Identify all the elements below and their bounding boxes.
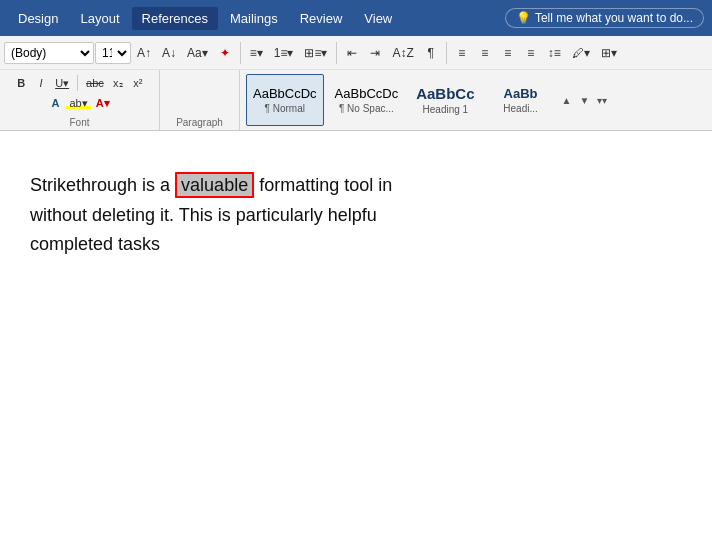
align-center-btn[interactable]: ≡ — [474, 40, 496, 66]
paragraph-group-label: Paragraph — [176, 115, 223, 128]
align-right-btn[interactable]: ≡ — [497, 40, 519, 66]
borders-btn[interactable]: ⊞▾ — [596, 40, 622, 66]
menu-view[interactable]: View — [354, 7, 402, 30]
show-para-btn[interactable]: ¶ — [420, 40, 442, 66]
doc-text-line1: Strikethrough is a valuable formatting t… — [30, 172, 392, 198]
ribbon-row2: B I U▾ abc x₂ x² A ab▾ A▾ Font Paragraph… — [0, 70, 712, 130]
clear-format-btn[interactable]: ✦ — [214, 40, 236, 66]
doc-text-line2: without deleting it. This is particularl… — [30, 205, 377, 225]
menu-design[interactable]: Design — [8, 7, 68, 30]
tell-me-input[interactable]: 💡 Tell me what you want to do... — [505, 8, 704, 28]
style-nospace[interactable]: AaBbCcDc ¶ No Spac... — [328, 74, 406, 126]
numbered-list-btn[interactable]: 1≡▾ — [269, 40, 299, 66]
text-effects-btn[interactable]: A — [46, 94, 64, 112]
style-h2-name: Headi... — [503, 103, 537, 114]
font-shrink-btn[interactable]: A↓ — [157, 40, 181, 66]
divider3 — [446, 42, 447, 64]
doc-text-line3: completed tasks — [30, 234, 160, 254]
align-left-btn[interactable]: ≡ — [451, 40, 473, 66]
line-spacing-btn[interactable]: ↕≡ — [543, 40, 566, 66]
underline-btn[interactable]: U▾ — [52, 74, 72, 92]
text-before: Strikethrough is a — [30, 175, 170, 195]
highlighted-word[interactable]: valuable — [175, 172, 254, 198]
multilevel-list-btn[interactable]: ⊞≡▾ — [299, 40, 332, 66]
tell-me-label: Tell me what you want to do... — [535, 11, 693, 25]
font-grow-btn[interactable]: A↑ — [132, 40, 156, 66]
text-after-word: formatting tool in — [259, 175, 392, 195]
increase-indent-btn[interactable]: ⇥ — [364, 40, 386, 66]
style-heading1[interactable]: AaBbCc Heading 1 — [409, 74, 481, 126]
styles-panel: AaBbCcDc ¶ Normal AaBbCcDc ¶ No Spac... … — [240, 70, 712, 130]
shading-btn[interactable]: 🖊▾ — [567, 40, 595, 66]
divider2 — [336, 42, 337, 64]
justify-btn[interactable]: ≡ — [520, 40, 542, 66]
font-size-select[interactable]: 11 — [95, 42, 131, 64]
styles-scroll-up[interactable]: ▲ — [560, 93, 574, 108]
style-normal-name: ¶ Normal — [265, 103, 305, 114]
styles-expand[interactable]: ▾▾ — [595, 93, 609, 108]
sort-btn[interactable]: A↕Z — [387, 40, 418, 66]
styles-scroll-down[interactable]: ▼ — [577, 93, 591, 108]
document-text: Strikethrough is a valuable formatting t… — [30, 171, 682, 260]
style-normal-preview: AaBbCcDc — [253, 86, 317, 101]
document-area: Strikethrough is a valuable formatting t… — [0, 131, 712, 511]
text-highlight-btn[interactable]: ab▾ — [66, 94, 90, 112]
style-h2-preview: AaBb — [504, 86, 538, 101]
style-h1-preview: AaBbCc — [416, 85, 474, 102]
style-normal[interactable]: AaBbCcDc ¶ Normal — [246, 74, 324, 126]
font-color-btn[interactable]: A▾ — [93, 94, 113, 112]
style-heading2[interactable]: AaBb Headi... — [486, 74, 556, 126]
paragraph-group: Paragraph — [160, 70, 240, 130]
ribbon-row1: (Body) 11 A↑ A↓ Aa▾ ✦ ≡▾ 1≡▾ ⊞≡▾ ⇤ ⇥ A↕Z… — [0, 36, 712, 70]
font-format-top: B I U▾ abc x₂ x² — [12, 74, 147, 92]
bullet-list-btn[interactable]: ≡▾ — [245, 40, 268, 66]
font-group: B I U▾ abc x₂ x² A ab▾ A▾ Font — [0, 70, 160, 130]
decrease-indent-btn[interactable]: ⇤ — [341, 40, 363, 66]
bold-btn[interactable]: B — [12, 74, 30, 92]
lightbulb-icon: 💡 — [516, 11, 531, 25]
style-h1-name: Heading 1 — [423, 104, 469, 115]
change-case-btn[interactable]: Aa▾ — [182, 40, 213, 66]
menu-review[interactable]: Review — [290, 7, 353, 30]
menu-mailings[interactable]: Mailings — [220, 7, 288, 30]
ribbon: (Body) 11 A↑ A↓ Aa▾ ✦ ≡▾ 1≡▾ ⊞≡▾ ⇤ ⇥ A↕Z… — [0, 36, 712, 131]
font-name-select[interactable]: (Body) — [4, 42, 94, 64]
superscript-btn[interactable]: x² — [129, 74, 147, 92]
font-format-bottom: A ab▾ A▾ — [46, 94, 112, 112]
strikethrough-btn[interactable]: abc — [83, 74, 107, 92]
menu-references[interactable]: References — [132, 7, 218, 30]
menu-bar: Design Layout References Mailings Review… — [0, 0, 712, 36]
italic-btn[interactable]: I — [32, 74, 50, 92]
subscript-btn[interactable]: x₂ — [109, 74, 127, 92]
menu-layout[interactable]: Layout — [70, 7, 129, 30]
divider4 — [77, 75, 78, 91]
divider1 — [240, 42, 241, 64]
style-nospace-name: ¶ No Spac... — [339, 103, 394, 114]
font-group-label: Font — [69, 115, 89, 128]
style-nospace-preview: AaBbCcDc — [335, 86, 399, 101]
